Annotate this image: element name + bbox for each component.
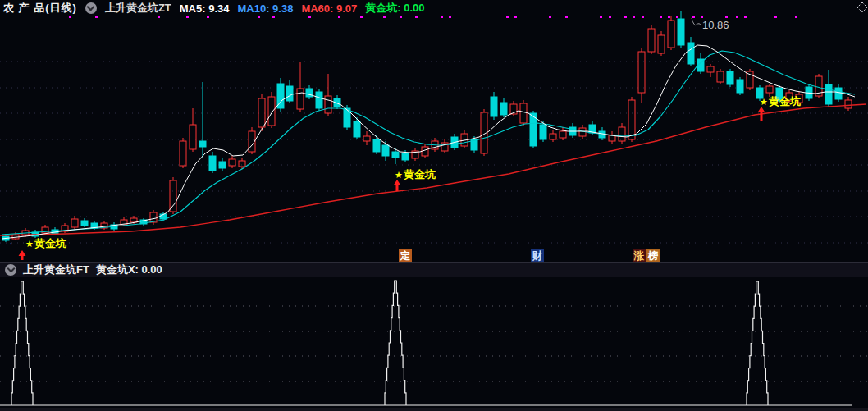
peak-pointer xyxy=(692,18,701,25)
ma10-value: MA10: 9.38 xyxy=(237,2,293,15)
collapse-signal-panel-icon[interactable] xyxy=(5,264,16,276)
goldpit-value: 黄金坑: 0.00 xyxy=(365,1,424,16)
star-icon: ★ xyxy=(25,239,34,249)
left-arrow-mark: ← xyxy=(8,237,17,247)
chart-canvas[interactable]: 10.86←黄金坑★黄金坑★黄金坑★定财涨榜 xyxy=(0,0,868,411)
goldpit-label: 黄金坑 xyxy=(403,168,436,180)
star-icon: ★ xyxy=(395,170,403,180)
collapse-main-panel-icon[interactable] xyxy=(85,2,97,14)
chevron-down-icon xyxy=(87,3,95,11)
stock-app-window: 农 产 品(日线) 上升黄金坑ZT MA5: 9.34 MA10: 9.38 M… xyxy=(0,0,868,411)
star-icon: ★ xyxy=(760,97,768,107)
signal-value: 黄金坑X: 0.00 xyxy=(96,263,162,277)
main-panel-header: 农 产 品(日线) 上升黄金坑ZT MA5: 9.34 MA10: 9.38 M… xyxy=(0,0,868,16)
signal-indicator-name[interactable]: 上升黄金坑FT xyxy=(23,263,89,277)
chevron-down-icon xyxy=(7,265,15,273)
up-arrow-icon xyxy=(394,180,401,191)
goldpit-label: 黄金坑 xyxy=(34,237,66,249)
marker-chip-label: 财 xyxy=(532,250,543,262)
symbol-title: 农 产 品(日线) xyxy=(3,1,77,16)
signal-panel-header: 上升黄金坑FT 黄金坑X: 0.00 xyxy=(0,262,868,277)
signal-spike xyxy=(385,281,406,405)
bottom-border-strip xyxy=(0,408,868,411)
peak-price-label: 10.86 xyxy=(702,19,729,31)
up-arrow-icon xyxy=(19,250,26,260)
signal-spike xyxy=(747,281,768,405)
marker-chip-label: 定 xyxy=(400,250,411,262)
ma5-value: MA5: 9.34 xyxy=(180,2,230,15)
marker-chip-label: 涨 xyxy=(633,250,645,262)
signal-spike xyxy=(11,281,33,405)
marker-chip-label: 榜 xyxy=(647,250,659,262)
goldpit-label: 黄金坑 xyxy=(768,95,801,107)
indicator-name[interactable]: 上升黄金坑ZT xyxy=(105,1,171,16)
candlesticks xyxy=(2,11,852,242)
ma60-value: MA60: 9.07 xyxy=(301,2,357,15)
